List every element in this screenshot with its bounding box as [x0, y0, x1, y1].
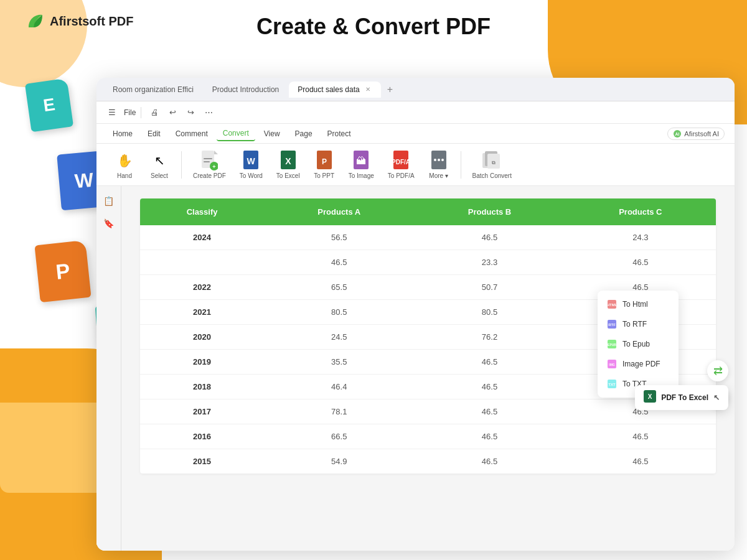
- svg-text:X: X: [648, 393, 652, 400]
- menu-comment[interactable]: Comment: [169, 127, 214, 141]
- to-excel-button[interactable]: X To Excel: [271, 148, 305, 182]
- cell-year-5: 2019: [140, 350, 264, 375]
- to-pdfa-button[interactable]: PDF/A To PDF/A: [383, 148, 420, 182]
- rtf-icon: RTF: [606, 319, 618, 330]
- create-pdf-button[interactable]: + Create PDF: [188, 148, 231, 182]
- col-header-products-b: Products B: [414, 198, 565, 225]
- menu-bar: Home Edit Comment Convert View Page Prot…: [96, 124, 735, 144]
- cell-c-9: 46.5: [565, 449, 716, 474]
- cell-b-4: 76.2: [414, 325, 565, 350]
- cell-c-1: 46.5: [565, 250, 716, 275]
- svg-text:RTF: RTF: [608, 323, 616, 327]
- dropdown-to-html[interactable]: HTML To Html: [598, 294, 679, 314]
- ai-icon: AI: [673, 129, 682, 138]
- tab-room[interactable]: Room organization Effici: [104, 82, 202, 98]
- html-icon: HTML: [606, 299, 618, 310]
- cell-a-3: 80.5: [264, 300, 414, 325]
- excel-tooltip-text: PDF To Excel: [661, 393, 708, 402]
- svg-text:W: W: [247, 156, 256, 166]
- undo-button[interactable]: ↩: [164, 105, 181, 121]
- cursor-icon: ↖: [713, 393, 720, 402]
- col-header-products-a: Products A: [264, 198, 414, 225]
- more-button[interactable]: More ▾: [423, 148, 454, 182]
- svg-point-20: [438, 159, 440, 161]
- content-area: 📋 🔖 Classify Products A Products B Produ…: [96, 186, 735, 551]
- convert-select-button[interactable]: ↖ Select: [144, 148, 175, 182]
- menu-view[interactable]: View: [258, 127, 286, 141]
- print-button[interactable]: 🖨: [146, 105, 162, 121]
- cell-year-9: 2015: [140, 449, 264, 474]
- conv-separator-2: [461, 151, 461, 179]
- svg-text:P: P: [322, 157, 327, 166]
- cell-year-0: 2024: [140, 225, 264, 250]
- sidebar-page-btn[interactable]: 📋: [100, 192, 118, 210]
- to-ppt-icon: P: [314, 151, 334, 170]
- svg-text:PDF/A: PDF/A: [392, 159, 410, 166]
- convert-hand-button[interactable]: ✋ Hand: [109, 148, 140, 182]
- epub-icon: EPUB: [606, 338, 618, 350]
- batch-convert-button[interactable]: ⧉ Batch Convert: [467, 148, 517, 182]
- to-word-button[interactable]: W To Word: [235, 148, 268, 182]
- dropdown-to-epub[interactable]: EPUB To Epub: [598, 334, 679, 354]
- menu-home[interactable]: Home: [106, 127, 139, 141]
- tab-product-sales[interactable]: Product sales data ✕: [289, 82, 380, 98]
- svg-point-21: [441, 159, 444, 161]
- svg-text:X: X: [285, 156, 291, 166]
- menu-convert[interactable]: Convert: [217, 126, 255, 141]
- cell-b-3: 80.5: [414, 300, 565, 325]
- cell-year-2: 2022: [140, 275, 264, 300]
- ai-button[interactable]: AI Afirstsoft AI: [667, 128, 725, 140]
- file-icon-p: P: [34, 240, 91, 302]
- tab-close-icon[interactable]: ✕: [364, 85, 372, 94]
- select-icon: ↖: [149, 151, 169, 170]
- col-header-products-c: Products C: [565, 198, 716, 225]
- menu-page[interactable]: Page: [289, 127, 319, 141]
- cell-b-9: 46.5: [414, 449, 565, 474]
- create-pdf-icon: +: [199, 151, 219, 170]
- to-image-button[interactable]: 🏔 To Image: [344, 148, 379, 182]
- menu-icon[interactable]: ☰: [104, 105, 120, 121]
- table-row: 46.5 23.3 46.5: [140, 250, 716, 275]
- svg-rect-4: [204, 158, 212, 159]
- image-pdf-icon: IMG: [606, 358, 618, 370]
- cell-a-1: 46.5: [264, 250, 414, 275]
- menu-protect[interactable]: Protect: [321, 127, 357, 141]
- cell-a-0: 56.5: [264, 225, 414, 250]
- toolbar-nav: 🖨 ↩ ↪ ⋯: [146, 105, 217, 121]
- cell-a-6: 46.4: [264, 375, 414, 399]
- toolbar-separator-1: [141, 107, 141, 118]
- table-row: 2017 78.1 46.5 46.5: [140, 399, 716, 424]
- to-ppt-button[interactable]: P To PPT: [309, 148, 340, 182]
- excel-tooltip-icon: X: [644, 390, 656, 405]
- cell-a-5: 35.5: [264, 350, 414, 375]
- tab-product-intro[interactable]: Product Introduction: [204, 82, 288, 98]
- share-button[interactable]: ⋯: [200, 105, 217, 121]
- logo: Afirstsoft PDF: [25, 11, 133, 31]
- cell-year-4: 2020: [140, 325, 264, 350]
- svg-text:HTML: HTML: [607, 303, 617, 307]
- side-action-1[interactable]: ⇄: [707, 360, 728, 381]
- svg-text:IMG: IMG: [609, 363, 615, 366]
- menu-edit[interactable]: Edit: [141, 127, 167, 141]
- cell-b-6: 46.5: [414, 375, 565, 399]
- tab-add-button[interactable]: +: [382, 82, 398, 98]
- cell-b-1: 23.3: [414, 250, 565, 275]
- cell-b-7: 46.5: [414, 399, 565, 424]
- dropdown-to-rtf[interactable]: RTF To RTF: [598, 314, 679, 334]
- cell-c-0: 24.3: [565, 225, 716, 250]
- header: Afirstsoft PDF Create & Convert PDF: [0, 0, 747, 75]
- tab-bar: Room organization Effici Product Introdu…: [96, 78, 735, 101]
- pdf-to-excel-tooltip[interactable]: X PDF To Excel ↖: [635, 385, 728, 410]
- cell-year-7: 2017: [140, 399, 264, 424]
- sidebar-bookmark-btn[interactable]: 🔖: [100, 215, 118, 232]
- cell-a-2: 65.5: [264, 275, 414, 300]
- cell-year-3: 2021: [140, 300, 264, 325]
- cell-a-9: 54.9: [264, 449, 414, 474]
- txt-icon: TXT: [606, 378, 618, 390]
- dropdown-image-pdf[interactable]: IMG Image PDF: [598, 354, 679, 374]
- svg-text:TXT: TXT: [608, 383, 616, 386]
- svg-text:⧉: ⧉: [492, 160, 496, 166]
- svg-text:🏔: 🏔: [356, 156, 366, 166]
- redo-button[interactable]: ↪: [182, 105, 199, 121]
- file-label[interactable]: File: [124, 108, 136, 117]
